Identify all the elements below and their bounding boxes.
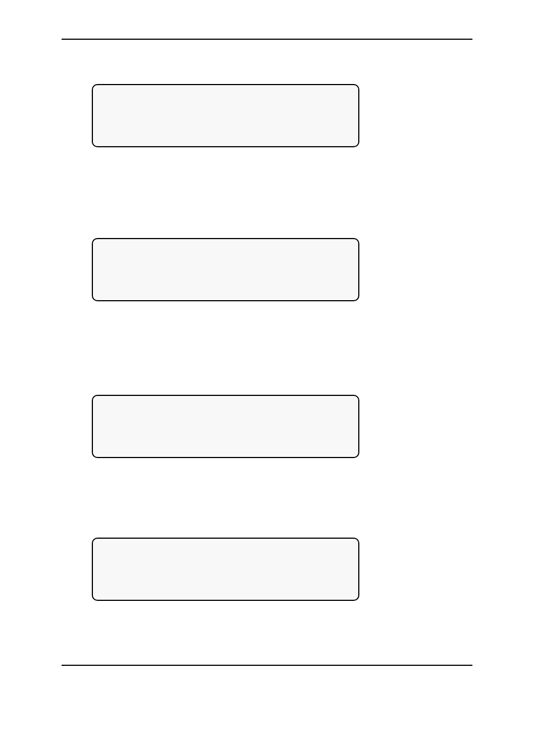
header-rule xyxy=(62,39,472,40)
content-box-4 xyxy=(92,538,359,601)
page xyxy=(0,0,534,756)
content-box-2 xyxy=(92,238,359,301)
content-box-1 xyxy=(92,84,359,147)
content-box-3 xyxy=(92,395,359,458)
footer-rule xyxy=(62,665,472,666)
